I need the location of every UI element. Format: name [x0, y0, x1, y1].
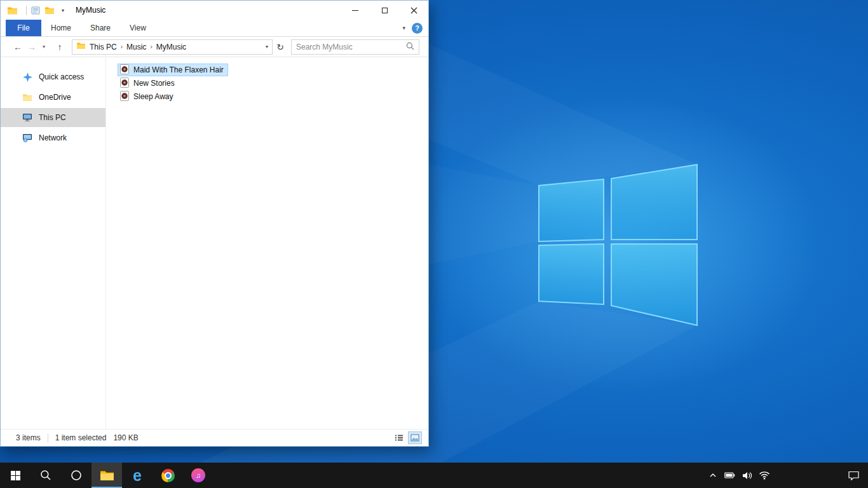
status-selection-size: 190 KB — [113, 433, 138, 442]
address-folder-icon — [76, 42, 86, 51]
status-divider — [48, 433, 48, 443]
sidebar-item-label: Quick access — [39, 72, 84, 81]
window-controls — [341, 1, 428, 20]
onedrive-folder-icon — [22, 93, 32, 102]
cortana-icon — [71, 470, 82, 481]
battery-icon — [724, 472, 735, 478]
battery-button[interactable] — [721, 463, 738, 488]
network-button[interactable] — [756, 463, 773, 488]
search-icon — [406, 42, 414, 52]
titlebar-divider — [26, 6, 27, 15]
large-icons-view-button[interactable] — [408, 431, 422, 444]
windows-start-icon — [11, 471, 20, 480]
search-box — [291, 39, 419, 55]
sidebar-item-label: Network — [39, 133, 67, 142]
tab-view[interactable]: View — [120, 20, 156, 36]
edge-icon: e — [133, 468, 142, 484]
tab-file[interactable]: File — [6, 20, 41, 36]
expand-ribbon-chevron-icon[interactable]: ▾ — [402, 25, 405, 31]
speaker-icon — [742, 471, 752, 480]
action-center-button[interactable] — [839, 463, 868, 488]
taskbar-itunes-button[interactable]: ♫ — [183, 463, 214, 488]
start-button[interactable] — [0, 463, 31, 488]
status-bar: 3 items 1 item selected 190 KB — [1, 429, 428, 446]
navigation-pane: Quick access OneDrive This PC — [1, 57, 106, 429]
forward-button[interactable]: → — [25, 42, 39, 52]
taskbar-chrome-button[interactable] — [153, 463, 183, 488]
taskbar-file-explorer-button[interactable] — [92, 463, 122, 488]
quick-access-star-icon — [22, 72, 32, 82]
file-item[interactable]: Sleep Away — [118, 90, 178, 103]
taskbar-search-button[interactable] — [31, 463, 61, 488]
close-button[interactable] — [399, 1, 428, 20]
minimize-icon — [352, 10, 358, 11]
desktop: ▾ MyMusic File Home Share View ▾ ? ← — [0, 0, 868, 488]
window-title: MyMusic — [76, 6, 105, 15]
qat-new-folder-icon[interactable] — [44, 6, 55, 15]
taskbar: e ♫ — [0, 463, 868, 488]
volume-button[interactable] — [738, 463, 756, 488]
breadcrumb-music[interactable]: Music — [126, 43, 146, 51]
sidebar-item-label: OneDrive — [39, 93, 71, 102]
close-icon — [410, 7, 417, 14]
hidden-icons-button[interactable] — [704, 463, 721, 488]
file-name: Maid With The Flaxen Hair — [133, 65, 224, 74]
titlebar: ▾ MyMusic — [1, 1, 428, 20]
file-list[interactable]: Maid With The Flaxen Hair New Stories Sl… — [106, 57, 428, 429]
qat-customize-chevron-icon[interactable]: ▾ — [62, 8, 64, 13]
status-selection: 1 item selected — [55, 433, 107, 442]
sidebar-item-label: This PC — [39, 113, 66, 122]
address-bar[interactable]: This PC › Music › MyMusic ▾ — [72, 39, 273, 55]
chevron-up-icon — [709, 473, 717, 478]
search-icon — [40, 470, 51, 481]
address-row: ← → ▾ ↑ This PC › Music › MyMusic ▾ ↻ — [1, 37, 428, 57]
large-icons-view-icon — [410, 434, 419, 442]
ribbon-tabs: File Home Share View ▾ ? — [1, 20, 428, 37]
windows-logo — [539, 165, 697, 325]
recent-locations-chevron-icon[interactable]: ▾ — [39, 44, 49, 50]
file-explorer-icon — [100, 470, 114, 481]
file-item[interactable]: New Stories — [118, 77, 179, 90]
sidebar-item-network[interactable]: Network — [1, 128, 105, 147]
sidebar-item-quick-access[interactable]: Quick access — [1, 67, 105, 86]
file-name: New Stories — [133, 79, 175, 88]
help-icon[interactable]: ? — [412, 23, 423, 34]
status-item-count: 3 items — [16, 433, 41, 442]
taskbar-edge-button[interactable]: e — [122, 463, 153, 488]
breadcrumb-mymusic[interactable]: MyMusic — [156, 43, 186, 51]
sidebar-item-onedrive[interactable]: OneDrive — [1, 88, 105, 107]
refresh-button[interactable]: ↻ — [273, 42, 288, 52]
details-view-button[interactable] — [392, 431, 406, 444]
itunes-icon: ♫ — [191, 468, 205, 482]
search-input[interactable] — [296, 43, 406, 51]
cortana-button[interactable] — [61, 463, 92, 488]
sidebar-item-this-pc[interactable]: This PC — [1, 108, 105, 127]
audio-file-icon — [119, 78, 130, 90]
tab-share[interactable]: Share — [81, 20, 120, 36]
file-item[interactable]: Maid With The Flaxen Hair — [118, 64, 228, 76]
file-name: Sleep Away — [133, 92, 173, 101]
network-icon — [22, 133, 32, 142]
view-toggles — [392, 431, 422, 444]
system-tray — [704, 463, 868, 488]
wifi-icon — [759, 471, 770, 480]
breadcrumb-this-pc[interactable]: This PC — [90, 43, 117, 51]
audio-file-icon — [119, 64, 130, 76]
explorer-window: ▾ MyMusic File Home Share View ▾ ? ← — [0, 0, 429, 447]
address-dropdown-chevron-icon[interactable]: ▾ — [266, 44, 268, 50]
maximize-icon — [382, 8, 388, 13]
back-button[interactable]: ← — [11, 42, 25, 52]
maximize-button[interactable] — [370, 1, 399, 20]
window-folder-icon — [7, 6, 18, 15]
breadcrumb-separator-icon: › — [150, 43, 152, 50]
up-button[interactable]: ↑ — [53, 42, 67, 52]
minimize-button[interactable] — [341, 1, 370, 20]
this-pc-icon — [22, 113, 32, 122]
tab-home[interactable]: Home — [41, 20, 81, 36]
action-center-icon — [848, 471, 859, 480]
qat-properties-icon[interactable] — [31, 6, 40, 15]
breadcrumb-separator-icon: › — [121, 43, 123, 50]
details-view-icon — [395, 434, 403, 442]
chrome-icon — [161, 469, 175, 482]
window-body: Quick access OneDrive This PC — [1, 57, 428, 429]
